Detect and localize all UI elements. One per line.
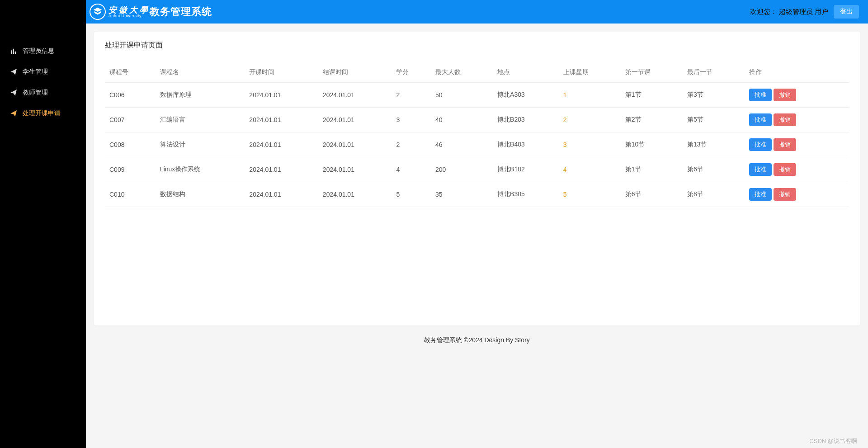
cell-first-class: 第6节 xyxy=(621,182,683,207)
footer-text: 教务管理系统 ©2024 Design By Story xyxy=(94,325,860,353)
cell-max-people: 40 xyxy=(431,108,493,132)
cell-last-class: 第3节 xyxy=(683,83,745,108)
th-course-no: 课程号 xyxy=(105,62,156,83)
paper-plane-icon xyxy=(10,89,17,96)
table-row: C008算法设计2024.01.012024.01.01246博北B4033第1… xyxy=(105,132,849,157)
cell-weekday: 4 xyxy=(559,157,621,182)
cell-first-class: 第1节 xyxy=(621,83,683,108)
approve-button[interactable]: 批准 xyxy=(749,113,772,126)
cell-ops: 批准撤销 xyxy=(745,108,849,132)
cell-close-time: 2024.01.01 xyxy=(318,132,392,157)
approve-button[interactable]: 批准 xyxy=(749,138,772,151)
cell-credit: 2 xyxy=(392,83,431,108)
cell-first-class: 第2节 xyxy=(621,108,683,132)
table-row: C006数据库原理2024.01.012024.01.01250博北A3031第… xyxy=(105,83,849,108)
cell-close-time: 2024.01.01 xyxy=(318,83,392,108)
paper-plane-icon xyxy=(10,110,17,117)
th-course-name: 课程名 xyxy=(156,62,245,83)
cell-credit: 5 xyxy=(392,182,431,207)
sidebar-item-teacher-mgmt[interactable]: 教师管理 xyxy=(0,82,86,103)
bar-chart-icon xyxy=(10,47,17,55)
revoke-button[interactable]: 撤销 xyxy=(774,113,796,126)
cell-first-class: 第1节 xyxy=(621,157,683,182)
cell-ops: 批准撤销 xyxy=(745,132,849,157)
th-ops: 操作 xyxy=(745,62,849,83)
sidebar-item-label: 学生管理 xyxy=(23,68,48,76)
th-place: 地点 xyxy=(493,62,559,83)
cell-max-people: 50 xyxy=(431,83,493,108)
cell-last-class: 第13节 xyxy=(683,132,745,157)
cell-weekday: 2 xyxy=(559,108,621,132)
cell-open-time: 2024.01.01 xyxy=(245,157,318,182)
cell-ops: 批准撤销 xyxy=(745,182,849,207)
th-weekday: 上课星期 xyxy=(559,62,621,83)
sidebar-item-student-mgmt[interactable]: 学生管理 xyxy=(0,61,86,82)
logout-button[interactable]: 登出 xyxy=(834,5,859,19)
cell-last-class: 第5节 xyxy=(683,108,745,132)
cell-weekday: 5 xyxy=(559,182,621,207)
cell-max-people: 200 xyxy=(431,157,493,182)
cell-course-name: 数据结构 xyxy=(156,182,245,207)
cell-close-time: 2024.01.01 xyxy=(318,108,392,132)
cell-course-no: C010 xyxy=(105,182,156,207)
cell-open-time: 2024.01.01 xyxy=(245,132,318,157)
sidebar: 管理员信息 学生管理 教师管理 处理开课申请 xyxy=(0,0,86,448)
cell-course-no: C009 xyxy=(105,157,156,182)
sidebar-item-label: 处理开课申请 xyxy=(23,109,61,118)
revoke-button[interactable]: 撤销 xyxy=(774,138,796,151)
cell-close-time: 2024.01.01 xyxy=(318,157,392,182)
th-first-class: 第一节课 xyxy=(621,62,683,83)
table-row: C007汇编语言2024.01.012024.01.01340博北B2032第2… xyxy=(105,108,849,132)
cell-open-time: 2024.01.01 xyxy=(245,182,318,207)
brand: 安 徽 大 學 Anhui University 教务管理系统 xyxy=(90,4,212,20)
cell-place: 博北B403 xyxy=(493,132,559,157)
cell-course-name: 算法设计 xyxy=(156,132,245,157)
approve-button[interactable]: 批准 xyxy=(749,163,772,176)
table-row: C010数据结构2024.01.012024.01.01535博北B3055第6… xyxy=(105,182,849,207)
table-header-row: 课程号 课程名 开课时间 结课时间 学分 最大人数 地点 上课星期 第一节课 最… xyxy=(105,62,849,83)
th-open-time: 开课时间 xyxy=(245,62,318,83)
th-last-class: 最后一节 xyxy=(683,62,745,83)
cell-course-name: Linux操作系统 xyxy=(156,157,245,182)
approve-button[interactable]: 批准 xyxy=(749,188,772,201)
revoke-button[interactable]: 撤销 xyxy=(774,163,796,176)
cell-course-name: 数据库原理 xyxy=(156,83,245,108)
course-request-table: 课程号 课程名 开课时间 结课时间 学分 最大人数 地点 上课星期 第一节课 最… xyxy=(105,62,849,207)
university-name-en: Anhui University xyxy=(108,14,148,18)
sidebar-item-label: 教师管理 xyxy=(23,89,48,97)
university-logo-icon xyxy=(90,4,106,20)
cell-ops: 批准撤销 xyxy=(745,157,849,182)
watermark: CSDN @说书客啊 xyxy=(809,437,857,445)
revoke-button[interactable]: 撤销 xyxy=(774,89,796,101)
cell-open-time: 2024.01.01 xyxy=(245,83,318,108)
main-panel: 处理开课申请页面 课程号 课程名 开课时间 结课时间 学分 最大人数 地点 xyxy=(94,32,860,325)
th-max-people: 最大人数 xyxy=(431,62,493,83)
sidebar-item-admin-info[interactable]: 管理员信息 xyxy=(0,41,86,61)
svg-rect-1 xyxy=(13,49,14,54)
cell-place: 博北B203 xyxy=(493,108,559,132)
cell-weekday: 1 xyxy=(559,83,621,108)
system-title: 教务管理系统 xyxy=(150,5,212,19)
approve-button[interactable]: 批准 xyxy=(749,89,772,101)
cell-max-people: 35 xyxy=(431,182,493,207)
cell-weekday: 3 xyxy=(559,132,621,157)
paper-plane-icon xyxy=(10,68,17,75)
cell-max-people: 46 xyxy=(431,132,493,157)
svg-rect-0 xyxy=(11,50,12,54)
cell-credit: 4 xyxy=(392,157,431,182)
cell-course-no: C008 xyxy=(105,132,156,157)
th-close-time: 结课时间 xyxy=(318,62,392,83)
sidebar-item-course-request[interactable]: 处理开课申请 xyxy=(0,103,86,124)
cell-place: 博北A303 xyxy=(493,83,559,108)
topbar: 安 徽 大 學 Anhui University 教务管理系统 欢迎您： 超级管… xyxy=(86,0,868,24)
revoke-button[interactable]: 撤销 xyxy=(774,188,796,201)
table-row: C009Linux操作系统2024.01.012024.01.014200博北B… xyxy=(105,157,849,182)
welcome-text: 欢迎您： 超级管理员 用户 xyxy=(750,8,828,16)
cell-close-time: 2024.01.01 xyxy=(318,182,392,207)
cell-place: 博北B102 xyxy=(493,157,559,182)
cell-first-class: 第10节 xyxy=(621,132,683,157)
th-credit: 学分 xyxy=(392,62,431,83)
cell-credit: 3 xyxy=(392,108,431,132)
cell-course-no: C006 xyxy=(105,83,156,108)
cell-last-class: 第8节 xyxy=(683,182,745,207)
